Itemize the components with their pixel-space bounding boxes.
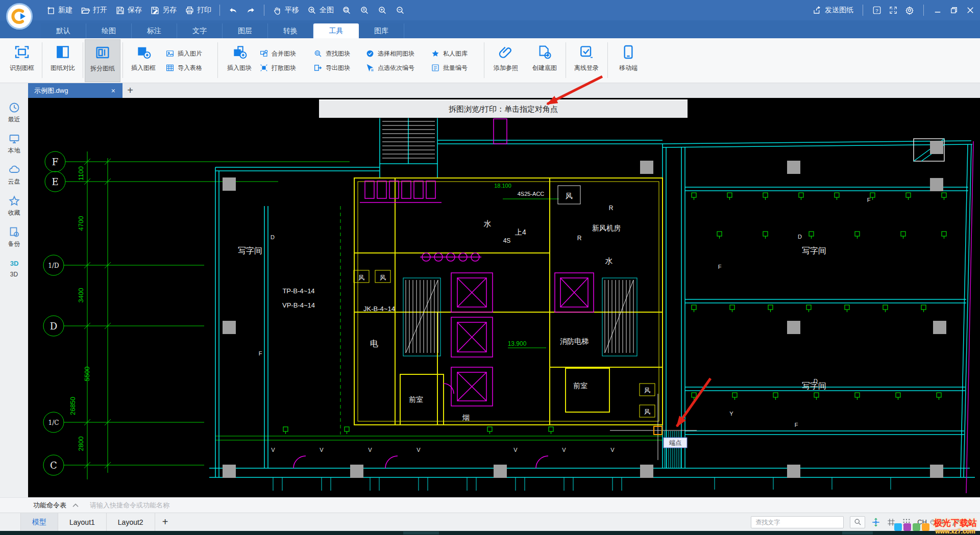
batch-number-button[interactable]: 批量编号 [431,63,468,72]
close-button[interactable] [966,6,975,15]
offline-login-button[interactable]: 离线登录 [569,39,604,82]
insert-frame-button[interactable]: 插入图框 [126,39,161,82]
create-base-drawing-button[interactable]: 创建底图 [527,39,562,82]
svg-text:V: V [320,447,324,453]
tab-tools[interactable]: 工具 [313,23,359,38]
tab-default[interactable]: 默认 [41,23,86,38]
drawing-canvas[interactable]: F E 1/D D 1/C C 1100 4700 3400 5500 2685… [28,98,980,497]
print-label: 打印 [197,6,211,15]
document-tab-active[interactable]: 示例图.dwg × [28,83,122,98]
settings-gear-button[interactable] [905,6,914,15]
zoom-in-button[interactable] [376,4,389,17]
svg-text:写字间: 写字间 [238,246,262,255]
svg-text:风: 风 [358,274,364,281]
compare-drawings-button[interactable]: 图纸对比 [45,39,81,82]
save-button[interactable]: 保存 [113,4,144,17]
explode-blocks-button[interactable]: 打散图块 [259,63,296,72]
find-text-input[interactable] [751,516,844,528]
zoom-scale-button[interactable] [358,4,372,17]
app-logo[interactable] [6,3,33,30]
zoom-extents-button[interactable]: 全图 [305,4,336,17]
insert-image-label: 插入图片 [178,49,202,58]
sidebar-item-recent[interactable]: 最近 [0,101,28,133]
mobile-button[interactable]: 移动端 [610,39,646,82]
new-button[interactable]: 新建 [44,4,75,17]
export-block-button[interactable]: 导出图块 [313,63,350,72]
block-edit-group: 合并图块 打散图块 [259,38,296,83]
svg-text:JK-B-4~14: JK-B-4~14 [363,305,395,313]
favorites-star-icon [8,195,20,207]
tab-layer[interactable]: 图层 [223,23,268,38]
svg-text:13.900: 13.900 [508,340,527,347]
svg-text:V: V [271,447,275,453]
open-button[interactable]: 打开 [79,4,109,17]
fullscreen-button[interactable] [889,6,898,15]
room-partition-layer [354,178,663,425]
tab-text[interactable]: 文字 [177,23,223,38]
find-block-button[interactable]: 查找图块 [313,49,350,58]
minimize-button[interactable] [933,6,942,15]
cad-logo-icon [10,7,29,26]
new-document-tab-button[interactable]: + [122,83,138,98]
tab-annotate[interactable]: 标注 [132,23,177,38]
zoom-out-button[interactable] [394,4,407,17]
tab-convert[interactable]: 转换 [268,23,313,38]
command-input[interactable] [90,498,980,513]
insert-image-icon [165,49,175,58]
zoom-extents-icon [307,6,317,15]
restore-button[interactable] [949,6,959,15]
layout-tab-layout1[interactable]: Layout1 [58,513,107,531]
find-block-icon [313,49,323,58]
sidebar-item-favorites[interactable]: 收藏 [0,195,28,226]
insert-block-button[interactable]: 插入图块 [222,39,257,82]
command-panel-label[interactable]: 功能命令表 [33,501,66,510]
print-button[interactable]: 打印 [183,4,213,17]
titlebar: 新建 打开 保存 另存 打印 [0,0,980,20]
recognize-frame-button[interactable]: 识别图框 [4,39,40,82]
private-library-button[interactable]: 私人图库 [431,49,468,58]
pan-button[interactable]: 平移 [271,4,301,17]
save-as-button[interactable]: 另存 [148,4,179,17]
undo-button[interactable] [226,4,240,17]
sidebar-item-backup[interactable]: 备份 [0,226,28,257]
zoom-window-button[interactable] [340,4,354,17]
select-same-blocks-button[interactable]: 选择相同图块 [365,49,414,58]
grid-dimension-layer [43,151,663,479]
insert-image-button[interactable]: 插入图片 [165,49,202,58]
recognize-frame-icon [14,44,30,60]
window-controls: 发送图纸 ? [813,0,975,20]
private-library-icon [431,49,440,58]
merge-blocks-button[interactable]: 合并图块 [259,49,296,58]
send-drawing-button[interactable]: 发送图纸 [813,6,853,15]
save-label: 保存 [128,6,142,15]
local-label: 本地 [8,146,20,155]
document-tab-close-icon[interactable]: × [110,87,116,95]
sidebar-item-local[interactable]: 本地 [0,133,28,164]
sidebar-item-cloud[interactable]: 云盘 [0,164,28,195]
split-sheets-button[interactable]: 拆分图纸 [85,39,120,82]
layout-tab-model[interactable]: 模型 [20,513,58,531]
pick-sequential-number-button[interactable]: 点选依次编号 [365,63,414,72]
add-reference-icon [498,44,514,60]
redo-button[interactable] [244,4,258,17]
grid-bubble-labels: F E 1/D D 1/C C [48,157,59,471]
import-table-button[interactable]: 导入表格 [165,63,202,72]
layout-tab-layout2[interactable]: Layout2 [107,513,155,531]
tab-library[interactable]: 图库 [359,23,404,38]
taskbar-edge [0,531,980,535]
find-text-button[interactable] [850,516,865,528]
level-labels: 18.100 13.900 [494,183,527,347]
add-reference-button[interactable]: 添加参照 [488,39,524,82]
dimension-labels: 1100 4700 3400 5500 26850 2800 [69,166,91,451]
add-layout-button[interactable]: + [155,516,176,528]
orbit-3d-icon[interactable] [871,518,880,527]
add-reference-label: 添加参照 [494,64,518,72]
sidebar-item-3d[interactable]: 3D 3D [0,257,28,288]
watermark-site-url: www.xz7.com [935,528,975,535]
tab-draw[interactable]: 绘图 [86,23,132,38]
chevron-up-icon[interactable] [72,503,79,507]
compare-drawings-label: 图纸对比 [51,64,75,72]
pick-sequential-number-label: 点选依次编号 [378,64,414,72]
help-button[interactable]: ? [872,6,881,15]
ribbon-divider [607,42,608,78]
